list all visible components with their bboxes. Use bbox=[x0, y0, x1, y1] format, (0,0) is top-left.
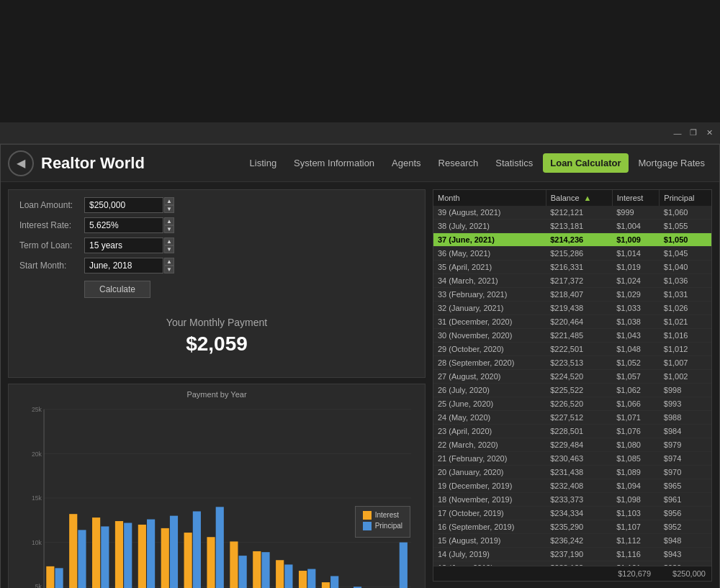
term-up[interactable]: ▲ bbox=[164, 238, 174, 245]
col-month[interactable]: Month bbox=[433, 190, 546, 206]
loan-amount-up[interactable]: ▲ bbox=[164, 197, 174, 205]
table-row[interactable]: 21 (February, 2020)$230,463$1,085$974 bbox=[433, 452, 711, 466]
col-balance[interactable]: Balance ▲ bbox=[546, 190, 612, 206]
start-month-down[interactable]: ▼ bbox=[164, 266, 174, 273]
payment-label: Your Monthly Payment bbox=[34, 317, 400, 328]
table-row[interactable]: 36 (May, 2021)$215,286$1,014$1,045 bbox=[433, 247, 711, 261]
table-row[interactable]: 22 (March, 2020)$229,484$1,080$979 bbox=[433, 438, 711, 452]
restore-button[interactable]: ❐ bbox=[688, 128, 698, 138]
svg-rect-19 bbox=[101, 526, 109, 588]
svg-rect-15 bbox=[69, 514, 77, 588]
table-row[interactable]: 16 (September, 2019)$235,290$1,107$952 bbox=[433, 520, 711, 534]
start-month-up[interactable]: ▲ bbox=[164, 258, 174, 266]
legend-principal-label: Principal bbox=[375, 522, 402, 530]
table-row[interactable]: 35 (April, 2021)$216,331$1,019$1,040 bbox=[433, 261, 711, 274]
svg-rect-24 bbox=[138, 525, 146, 588]
col-interest[interactable]: Interest bbox=[612, 190, 660, 206]
table-row[interactable]: 33 (February, 2021)$218,407$1,029$1,031 bbox=[433, 288, 711, 302]
nav-link-listing[interactable]: Listing bbox=[243, 153, 284, 173]
svg-rect-34 bbox=[216, 507, 224, 588]
term-input-group: ▲ ▼ bbox=[84, 238, 174, 253]
legend-interest-color bbox=[363, 511, 372, 520]
term-down[interactable]: ▼ bbox=[164, 245, 174, 253]
start-month-input[interactable] bbox=[84, 258, 163, 273]
table-row[interactable]: 20 (January, 2020)$231,438$1,089$970 bbox=[433, 466, 711, 479]
calculator-form: Loan Amount: ▲ ▼ Interest Rate: bbox=[8, 189, 426, 378]
chart-legend: Interest Principal bbox=[355, 506, 410, 538]
svg-text:5k: 5k bbox=[35, 583, 42, 588]
app-window: ◀ Realtor World ListingSystem Informatio… bbox=[0, 144, 720, 588]
svg-rect-43 bbox=[284, 564, 292, 588]
svg-rect-45 bbox=[299, 571, 307, 588]
loan-amount-spinners: ▲ ▼ bbox=[164, 197, 174, 213]
nav-link-statistics[interactable]: Statistics bbox=[488, 153, 540, 173]
svg-rect-13 bbox=[55, 568, 63, 588]
svg-rect-12 bbox=[46, 566, 54, 588]
table-body: 39 (August, 2021)$212,121$999$1,06038 (J… bbox=[433, 206, 711, 566]
nav-link-research[interactable]: Research bbox=[431, 153, 486, 173]
interest-rate-up[interactable]: ▲ bbox=[164, 217, 174, 225]
svg-rect-27 bbox=[161, 528, 169, 588]
table-row[interactable]: 28 (September, 2020)$223,513$1,052$1,007 bbox=[433, 356, 711, 370]
nav-link-system-information[interactable]: System Information bbox=[287, 153, 382, 173]
svg-rect-46 bbox=[307, 569, 315, 588]
table-row[interactable]: 32 (January, 2021)$219,438$1,033$1,026 bbox=[433, 302, 711, 315]
col-principal[interactable]: Principal bbox=[660, 190, 711, 206]
close-button[interactable]: ✕ bbox=[704, 128, 714, 138]
svg-rect-33 bbox=[207, 537, 215, 588]
table-row[interactable]: 30 (November, 2020)$221,485$1,043$1,016 bbox=[433, 329, 711, 343]
back-icon: ◀ bbox=[17, 156, 25, 170]
table-row[interactable]: 18 (November, 2019)$233,373$1,098$961 bbox=[433, 493, 711, 507]
table-row[interactable]: 24 (May, 2020)$227,512$1,071$988 bbox=[433, 411, 711, 425]
payment-display: Your Monthly Payment $2,059 bbox=[19, 302, 414, 370]
start-month-input-group: ▲ ▼ bbox=[84, 258, 174, 273]
svg-rect-21 bbox=[115, 521, 123, 588]
svg-text:10k: 10k bbox=[32, 539, 42, 546]
legend-interest-label: Interest bbox=[375, 511, 399, 519]
table-row[interactable]: 26 (July, 2020)$225,522$1,062$998 bbox=[433, 384, 711, 397]
calculate-button[interactable]: Calculate bbox=[84, 281, 150, 298]
legend-principal: Principal bbox=[363, 522, 402, 530]
loan-amount-label: Loan Amount: bbox=[19, 200, 84, 210]
nav-link-loan-calculator[interactable]: Loan Calculator bbox=[543, 153, 628, 173]
nav-link-agents[interactable]: Agents bbox=[384, 153, 428, 173]
loan-amount-down[interactable]: ▼ bbox=[164, 205, 174, 213]
nav-link-mortgage-rates[interactable]: Mortgage Rates bbox=[631, 153, 713, 173]
term-input[interactable] bbox=[84, 238, 163, 253]
term-label: Term of Loan: bbox=[19, 240, 84, 250]
table-row[interactable]: 19 (December, 2019)$232,408$1,094$965 bbox=[433, 479, 711, 493]
table-row[interactable]: 34 (March, 2021)$217,372$1,024$1,036 bbox=[433, 274, 711, 288]
table-row[interactable]: 37 (June, 2021)$214,236$1,009$1,050 bbox=[433, 233, 711, 247]
interest-rate-input[interactable] bbox=[84, 217, 163, 233]
nav-bar: ◀ Realtor World ListingSystem Informatio… bbox=[1, 145, 719, 182]
start-month-spinners: ▲ ▼ bbox=[164, 258, 174, 273]
table-row[interactable]: 17 (October, 2019)$234,334$1,103$956 bbox=[433, 507, 711, 520]
interest-rate-down[interactable]: ▼ bbox=[164, 225, 174, 233]
svg-rect-36 bbox=[230, 541, 238, 588]
svg-rect-40 bbox=[261, 552, 269, 588]
loan-amount-input[interactable] bbox=[84, 197, 163, 213]
minimize-button[interactable]: — bbox=[672, 128, 683, 138]
table-row[interactable]: 23 (April, 2020)$228,501$1,076$984 bbox=[433, 425, 711, 438]
table-row[interactable]: 27 (August, 2020)$224,520$1,057$1,002 bbox=[433, 370, 711, 384]
svg-rect-58 bbox=[400, 543, 408, 588]
interest-rate-spinners: ▲ ▼ bbox=[164, 217, 174, 233]
svg-rect-42 bbox=[276, 560, 284, 588]
svg-rect-39 bbox=[253, 551, 261, 588]
svg-text:25k: 25k bbox=[32, 406, 42, 413]
table-row[interactable]: 25 (June, 2020)$226,520$1,066$993 bbox=[433, 397, 711, 411]
table-row[interactable]: 14 (July, 2019)$237,190$1,116$943 bbox=[433, 548, 711, 561]
chart-title: Payment by Year bbox=[14, 390, 419, 399]
back-button[interactable]: ◀ bbox=[8, 150, 34, 176]
table-container[interactable]: Month Balance ▲ Interest Principal 39 (A… bbox=[433, 190, 711, 566]
svg-rect-30 bbox=[184, 533, 192, 588]
table-row[interactable]: 38 (July, 2021)$213,181$1,004$1,055 bbox=[433, 220, 711, 233]
table-row[interactable]: 15 (August, 2019)$236,242$1,112$948 bbox=[433, 534, 711, 548]
calc-button-row: Calculate bbox=[19, 278, 414, 298]
table-row[interactable]: 39 (August, 2021)$212,121$999$1,060 bbox=[433, 206, 711, 220]
svg-rect-48 bbox=[322, 582, 330, 588]
svg-text:15k: 15k bbox=[32, 494, 42, 502]
table-row[interactable]: 29 (October, 2020)$222,501$1,048$1,012 bbox=[433, 343, 711, 356]
svg-rect-31 bbox=[193, 511, 201, 588]
table-row[interactable]: 31 (December, 2020)$220,464$1,038$1,021 bbox=[433, 315, 711, 329]
